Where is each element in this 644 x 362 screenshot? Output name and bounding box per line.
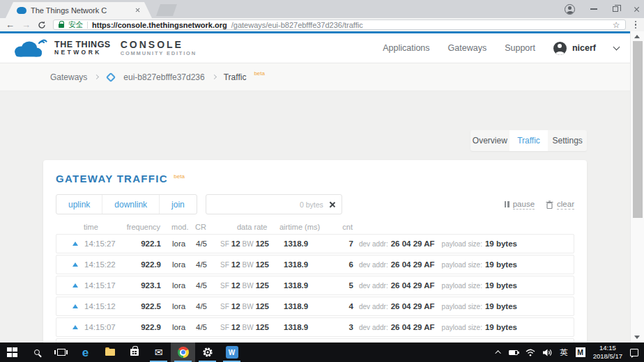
store-button[interactable] (122, 343, 146, 362)
breadcrumb-gateway-id[interactable]: eui-b827ebfffe37d236 (123, 72, 204, 82)
nav-support[interactable]: Support (505, 43, 535, 53)
breadcrumb: Gateways eui-b827ebfffe37d236 Traffic be… (0, 63, 630, 91)
browser-menu-icon[interactable] (633, 21, 639, 29)
nav-gateways[interactable]: Gateways (448, 43, 487, 53)
page-scrollbar[interactable] (630, 31, 644, 343)
filter-downlink-button[interactable]: downlink (102, 195, 159, 214)
file-explorer-button[interactable] (98, 343, 122, 362)
traffic-card: GATEWAY TRAFFIC beta uplink downlink joi… (43, 160, 587, 343)
tab-settings[interactable]: Settings (548, 130, 587, 151)
tray-expand-icon[interactable] (496, 350, 501, 356)
uplink-arrow-icon (72, 262, 78, 267)
clear-button[interactable]: clear (546, 199, 574, 210)
refresh-icon[interactable] (38, 21, 46, 29)
cell-airtime: 1318.9 (270, 239, 329, 248)
table-row[interactable]: 14:15:27 922.1 lora 4/5 SF 12 BW 125 131… (56, 234, 574, 253)
browser-toolbar: ← → 安全 https://console.thethingsnetwork.… (0, 18, 644, 31)
cell-mod: lora (161, 239, 192, 248)
table-row[interactable]: 14:15:22 922.9 lora 4/5 SF 12 BW 125 131… (56, 255, 574, 274)
col-airtime: airtime (ms) (269, 223, 328, 231)
nav-applications[interactable]: Applications (383, 43, 429, 53)
username: nicerf (572, 43, 596, 53)
tab-close-icon[interactable] (135, 8, 140, 13)
ttn-logo-icon[interactable] (11, 38, 47, 58)
edge-button[interactable]: e (73, 343, 98, 362)
mail-button[interactable]: ✉ (146, 343, 171, 362)
filter-row: uplink downlink join 0 bytes pause (56, 194, 574, 214)
clear-search-icon[interactable] (329, 201, 336, 208)
pinned-app-button[interactable]: W (220, 343, 244, 362)
cell-mod: lora (161, 281, 192, 290)
bookmark-star-icon[interactable]: ☆ (613, 21, 620, 29)
chevron-down-icon[interactable] (613, 43, 620, 50)
search-input[interactable]: 0 bytes (206, 194, 342, 214)
payload-size-label: payload size: (442, 303, 482, 310)
avatar (553, 42, 567, 55)
battery-icon[interactable] (509, 350, 518, 355)
browser-profile-icon[interactable] (565, 4, 575, 15)
mail-icon: ✉ (155, 347, 163, 357)
cell-meta: dev addr: 26 04 29 AF payload size: 19 b… (353, 239, 517, 248)
scrollbar-thumb[interactable] (633, 41, 643, 218)
ttn-favicon (17, 7, 26, 14)
volume-icon[interactable] (543, 349, 552, 356)
payload-size-label: payload size: (442, 240, 482, 248)
cell-frequency: 922.9 (119, 260, 161, 269)
scroll-down-icon[interactable] (634, 336, 640, 339)
task-view-button[interactable] (49, 343, 73, 362)
tab-traffic[interactable]: Traffic (509, 130, 549, 151)
dev-addr-label: dev addr: (359, 240, 388, 248)
sf-label: SF (220, 324, 229, 331)
blue-app-icon: W (226, 346, 238, 359)
ime-mode-indicator[interactable]: M (576, 347, 585, 357)
payload-size-value: 19 bytes (485, 239, 517, 248)
window-minimize-icon[interactable] (590, 8, 597, 9)
sf-label: SF (220, 303, 229, 310)
new-tab-button[interactable] (156, 4, 177, 16)
back-icon[interactable]: ← (6, 20, 15, 29)
col-mod: mod. (160, 223, 192, 231)
taskbar-clock[interactable]: 14:15 2018/5/17 (593, 344, 622, 361)
url-bar[interactable]: 安全 https://console.thethingsnetwork.org/… (53, 19, 626, 30)
cell-airtime: 1318.9 (270, 302, 329, 310)
cell-time: 14:15:07 (80, 323, 119, 331)
window-close-icon[interactable] (634, 6, 640, 13)
action-center-icon[interactable] (630, 349, 638, 356)
cell-data-rate: SF 12 BW 125 (220, 302, 270, 310)
breadcrumb-gateways[interactable]: Gateways (50, 72, 87, 82)
pause-button[interactable]: pause (505, 199, 535, 210)
cell-frequency: 923.1 (119, 281, 161, 290)
tab-overview[interactable]: Overview (470, 130, 509, 151)
col-time: time (79, 223, 118, 231)
cell-data-rate: SF 12 BW 125 (220, 239, 270, 248)
payload-size-label: payload size: (442, 261, 482, 269)
secure-lock-icon[interactable] (59, 24, 64, 28)
table-row[interactable]: 14:15:17 923.1 lora 4/5 SF 12 BW 125 131… (56, 276, 574, 295)
browser-tab[interactable]: The Things Network C (6, 2, 152, 18)
filter-uplink-button[interactable]: uplink (56, 195, 102, 214)
site-header: THE THINGS NETWORK CONSOLE COMMUNITY EDI… (0, 33, 630, 63)
col-cr: CR (192, 223, 220, 231)
search-icon (34, 349, 40, 355)
settings-button[interactable] (195, 343, 220, 362)
window-restore-icon[interactable] (613, 6, 618, 12)
wifi-icon[interactable] (526, 349, 535, 356)
payload-size-value: 19 bytes (485, 323, 517, 331)
taskbar: e ✉ W 英 M (0, 343, 644, 362)
ime-language-indicator[interactable]: 英 (560, 347, 568, 358)
taskbar-search-button[interactable] (24, 343, 49, 362)
cell-time: 14:15:27 (80, 239, 119, 248)
cell-mod: lora (161, 323, 192, 331)
gateway-diamond-icon (106, 72, 116, 81)
table-row[interactable]: 14:15:12 922.5 lora 4/5 SF 12 BW 125 131… (56, 297, 574, 316)
cell-time: 14:15:17 (80, 281, 119, 290)
scroll-up-icon[interactable] (634, 35, 640, 38)
start-button[interactable] (0, 343, 24, 362)
filter-join-button[interactable]: join (159, 195, 197, 214)
brand-wordmark[interactable]: THE THINGS NETWORK (54, 40, 111, 56)
chrome-button[interactable] (171, 343, 195, 362)
bw-label: BW (243, 282, 254, 290)
table-row[interactable]: 14:15:07 922.9 lora 4/5 SF 12 BW 125 131… (56, 317, 574, 337)
user-menu[interactable]: nicerf (553, 42, 596, 55)
table-header: time frequency mod. CR data rate airtime… (56, 223, 574, 231)
